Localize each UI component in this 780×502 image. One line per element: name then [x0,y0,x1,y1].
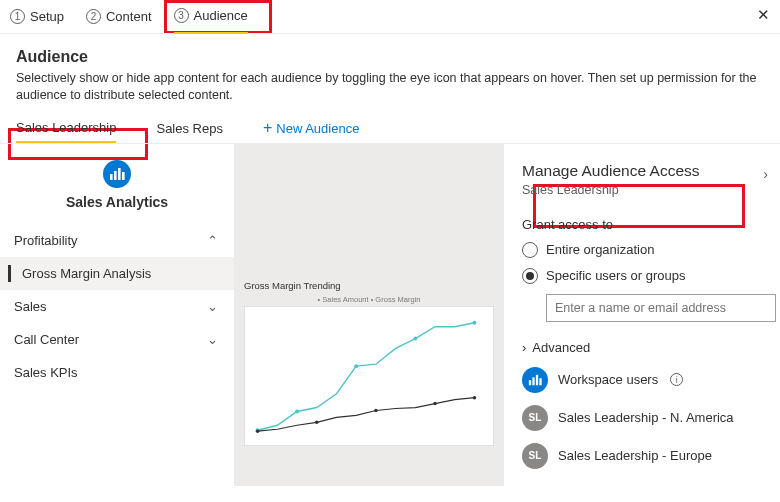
nav-gross-margin-analysis[interactable]: Gross Margin Analysis [0,257,234,290]
chart-area [244,306,494,446]
svg-rect-16 [536,375,538,386]
new-audience-button[interactable]: + New Audience [263,121,359,136]
plus-icon: + [263,121,272,135]
workspace-name: Sales Analytics [0,194,234,210]
nav-call-center[interactable]: Call Center ⌄ [0,323,234,356]
group-sales-leadership-na[interactable]: SL Sales Leadership - N. America [522,405,766,431]
nav-label: Sales [14,299,47,314]
step-label: Setup [30,9,64,24]
page-description: Selectively show or hide app content for… [0,70,780,114]
tab-sales-reps[interactable]: Sales Reps [156,113,222,143]
svg-point-11 [374,408,378,412]
avatar-initials: SL [522,443,548,469]
svg-point-12 [433,402,437,406]
group-label: Workspace users [558,372,658,387]
chart-title: Gross Margin Trending [244,280,494,291]
advanced-label: Advanced [532,340,590,355]
bar-chart-icon [522,367,548,393]
step-audience[interactable]: 3 Audience [174,0,248,34]
chevron-down-icon: ⌄ [207,299,218,314]
nav-label: Sales KPIs [14,365,78,380]
group-sales-leadership-eu[interactable]: SL Sales Leadership - Europe [522,443,766,469]
svg-point-9 [256,429,260,433]
radio-specific-users[interactable]: Specific users or groups [522,268,766,284]
group-label: Sales Leadership - Europe [558,448,712,463]
svg-rect-3 [122,172,125,180]
nav-sales[interactable]: Sales ⌄ [0,290,234,323]
svg-point-10 [315,420,319,424]
user-search-input[interactable] [546,294,776,322]
content-tree: Sales Analytics Profitability ⌃ Gross Ma… [0,144,234,486]
group-workspace-users[interactable]: Workspace users i [522,367,766,393]
nav-label: Call Center [14,332,79,347]
tab-sales-leadership[interactable]: Sales Leadership [16,113,116,143]
step-number: 1 [10,9,25,24]
page-title: Audience [0,34,780,70]
svg-rect-2 [118,168,121,180]
workspace-icon [103,160,131,188]
wizard-steps: 1 Setup 2 Content 3 Audience ✕ [0,0,780,34]
step-label: Audience [194,8,248,23]
radio-label: Specific users or groups [546,268,685,283]
chevron-right-icon: › [522,340,526,355]
svg-rect-15 [532,377,534,385]
radio-icon [522,242,538,258]
nav-sales-kpis[interactable]: Sales KPIs [0,356,234,389]
nav-label: Gross Margin Analysis [22,266,151,281]
expand-panel-icon[interactable]: › [763,166,768,182]
svg-rect-0 [110,174,113,180]
nav-profitability[interactable]: Profitability ⌃ [0,224,234,257]
radio-label: Entire organization [546,242,654,257]
step-number: 3 [174,8,189,23]
chevron-up-icon: ⌃ [207,233,218,248]
radio-entire-org[interactable]: Entire organization [522,242,766,258]
nav-label: Profitability [14,233,78,248]
chevron-down-icon: ⌄ [207,332,218,347]
manage-access-panel: Manage Audience Access Sales Leadership … [504,144,780,486]
svg-point-7 [413,336,417,340]
report-preview: Gross Margin Trending • Sales Amount • G… [234,144,504,486]
avatar-initials: SL [522,405,548,431]
radio-icon [522,268,538,284]
panel-title: Manage Audience Access [522,162,766,180]
svg-point-13 [473,396,477,400]
grant-access-label: Grant access to [522,217,766,232]
step-number: 2 [86,9,101,24]
svg-point-8 [473,321,477,325]
panel-subtitle: Sales Leadership [522,183,766,197]
new-audience-label: New Audience [276,121,359,136]
audience-tabs: Sales Leadership Sales Reps + New Audien… [0,114,780,144]
step-setup[interactable]: 1 Setup [10,9,64,24]
svg-point-5 [295,409,299,413]
svg-point-6 [354,364,358,368]
step-label: Content [106,9,152,24]
step-content[interactable]: 2 Content [86,9,152,24]
svg-rect-1 [114,171,117,180]
chart-legend: • Sales Amount • Gross Margin [244,295,494,304]
group-label: Sales Leadership - N. America [558,410,734,425]
svg-rect-14 [529,380,531,385]
info-icon[interactable]: i [670,373,683,386]
advanced-toggle[interactable]: › Advanced [522,340,766,355]
svg-rect-17 [539,378,541,385]
close-button[interactable]: ✕ [757,7,770,22]
